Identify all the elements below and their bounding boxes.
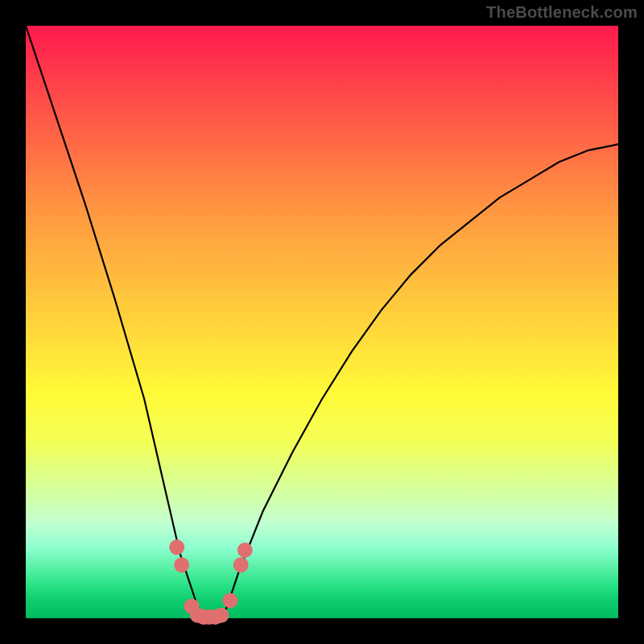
- plot-area: [26, 26, 618, 618]
- watermark-label: TheBottleneck.com: [486, 3, 638, 22]
- chart-frame: TheBottleneck.com: [0, 0, 644, 644]
